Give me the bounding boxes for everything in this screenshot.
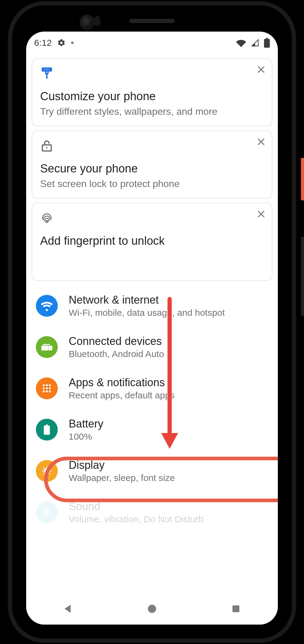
suggestion-card-secure[interactable]: Secure your phone Set screen lock to pro…	[32, 131, 272, 199]
settings-row-battery[interactable]: Battery 100%	[32, 409, 272, 450]
svg-point-5	[46, 384, 48, 387]
row-title: Sound	[69, 500, 204, 513]
row-title: Network & internet	[69, 294, 225, 306]
svg-point-9	[49, 387, 51, 390]
fingerprint-icon	[40, 211, 264, 226]
status-time: 6:12	[34, 38, 52, 48]
suggestion-card-fingerprint[interactable]: Add fingerprint to unlock	[32, 203, 272, 281]
sound-icon	[36, 501, 58, 523]
svg-point-1	[46, 147, 48, 148]
settings-status-icon	[57, 39, 66, 47]
card-title: Add fingerprint to unlock	[40, 234, 264, 247]
nav-home-button[interactable]	[143, 600, 161, 618]
row-subtitle: Recent apps, default apps	[69, 390, 175, 400]
close-icon[interactable]	[256, 137, 266, 148]
brush-icon	[40, 66, 264, 81]
wifi-status-icon	[236, 39, 246, 47]
svg-point-10	[43, 390, 45, 393]
row-subtitle: Volume, vibration, Do Not Disturb	[69, 514, 204, 524]
row-subtitle: 100%	[69, 431, 103, 442]
svg-point-12	[49, 390, 51, 393]
wifi-icon	[36, 295, 58, 317]
card-title: Customize your phone	[40, 90, 264, 103]
devices-icon	[36, 336, 58, 358]
svg-point-4	[43, 384, 45, 387]
battery-icon	[36, 419, 58, 441]
unlocked-padlock-icon	[40, 138, 264, 154]
nav-back-button[interactable]	[59, 600, 77, 618]
svg-rect-15	[233, 605, 240, 612]
system-navigation-bar	[26, 593, 278, 625]
row-subtitle: Wallpaper, sleep, font size	[69, 473, 175, 483]
row-title: Battery	[69, 417, 103, 430]
battery-status-icon	[264, 38, 270, 48]
status-bar: 6:12	[26, 32, 278, 54]
settings-row-connected-devices[interactable]: Connected devices Bluetooth, Android Aut…	[32, 326, 272, 368]
row-subtitle: Bluetooth, Android Auto	[69, 349, 164, 359]
card-title: Secure your phone	[40, 162, 264, 175]
brightness-icon	[36, 460, 58, 482]
svg-point-11	[46, 390, 48, 393]
svg-point-14	[148, 605, 156, 613]
signal-status-icon	[250, 39, 260, 47]
suggestion-card-customize[interactable]: Customize your phone Try different style…	[32, 58, 272, 126]
svg-point-8	[46, 387, 48, 390]
device-volume-button	[301, 237, 304, 316]
row-title: Apps & notifications	[69, 376, 175, 389]
nav-recents-button[interactable]	[227, 600, 245, 618]
card-subtitle: Set screen lock to protect phone	[40, 178, 264, 189]
close-icon[interactable]	[256, 64, 266, 76]
phone-frame: 6:12	[8, 1, 296, 643]
screen: 6:12	[26, 32, 278, 625]
settings-row-sound[interactable]: Sound Volume, vibration, Do Not Disturb	[32, 492, 272, 533]
settings-row-network[interactable]: Network & internet Wi-Fi, mobile, data u…	[32, 285, 272, 326]
settings-row-apps-notifications[interactable]: Apps & notifications Recent apps, defaul…	[32, 368, 272, 409]
settings-row-display[interactable]: Display Wallpaper, sleep, font size	[32, 450, 272, 492]
apps-grid-icon	[36, 377, 58, 399]
device-power-button	[301, 158, 304, 200]
row-title: Connected devices	[69, 335, 164, 348]
svg-point-7	[43, 387, 45, 390]
row-subtitle: Wi-Fi, mobile, data usage, and hotspot	[69, 308, 225, 318]
svg-point-6	[49, 384, 51, 387]
close-icon[interactable]	[256, 209, 266, 220]
row-title: Display	[69, 459, 175, 472]
card-subtitle: Try different styles, wallpapers, and mo…	[40, 106, 264, 117]
device-earpiece	[129, 19, 175, 23]
device-sensors	[80, 15, 101, 27]
notification-dot-icon	[71, 42, 74, 44]
